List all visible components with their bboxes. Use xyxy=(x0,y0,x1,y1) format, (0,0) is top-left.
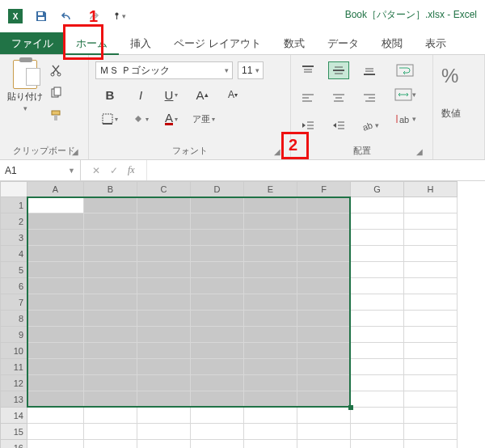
cell[interactable] xyxy=(137,262,191,278)
align-bottom-icon[interactable] xyxy=(359,61,380,79)
tab-view[interactable]: 表示 xyxy=(414,32,458,54)
cell[interactable] xyxy=(27,359,84,375)
decrease-indent-icon[interactable] xyxy=(297,116,318,134)
italic-button[interactable]: I xyxy=(131,85,150,104)
cell[interactable] xyxy=(351,359,404,375)
cell[interactable] xyxy=(191,359,244,375)
row-header[interactable]: 7 xyxy=(0,294,27,311)
cell[interactable] xyxy=(351,246,404,262)
tab-formulas[interactable]: 数式 xyxy=(272,32,316,54)
cell[interactable] xyxy=(244,424,297,440)
orientation-icon[interactable]: ab▾ xyxy=(359,116,380,134)
column-header[interactable]: F xyxy=(297,181,351,197)
format-painter-icon[interactable] xyxy=(48,108,63,123)
increase-indent-icon[interactable] xyxy=(328,116,349,134)
cell[interactable] xyxy=(27,424,84,440)
cell[interactable] xyxy=(297,213,351,230)
bold-button[interactable]: B xyxy=(100,85,120,104)
cell[interactable] xyxy=(27,278,84,294)
align-left-icon[interactable] xyxy=(297,89,318,107)
cell[interactable] xyxy=(137,246,191,262)
cell[interactable] xyxy=(404,391,458,408)
cell[interactable] xyxy=(191,262,244,278)
cell[interactable] xyxy=(404,246,458,262)
cell[interactable] xyxy=(84,197,137,213)
cell[interactable] xyxy=(244,440,297,448)
formula-input[interactable] xyxy=(147,160,485,180)
cell[interactable] xyxy=(404,440,458,448)
cell[interactable] xyxy=(404,375,458,391)
cell[interactable] xyxy=(137,294,191,311)
font-size-combo[interactable]: 11▾ xyxy=(238,61,264,79)
cell[interactable] xyxy=(404,408,458,424)
cell[interactable] xyxy=(351,408,404,424)
cell[interactable] xyxy=(351,294,404,311)
cell[interactable] xyxy=(191,408,244,424)
cell[interactable] xyxy=(191,424,244,440)
orientation-vertical-icon[interactable]: ab▾ xyxy=(393,110,417,128)
cell[interactable] xyxy=(191,278,244,294)
cell[interactable] xyxy=(191,246,244,262)
cell[interactable] xyxy=(27,230,84,246)
cell[interactable] xyxy=(351,262,404,278)
cell[interactable] xyxy=(191,294,244,311)
cell[interactable] xyxy=(137,343,191,359)
cell[interactable] xyxy=(191,375,244,391)
cell[interactable] xyxy=(84,246,137,262)
alignment-launcher-icon[interactable]: ◢ xyxy=(416,147,426,157)
column-header[interactable]: G xyxy=(351,181,404,197)
cell[interactable] xyxy=(297,246,351,262)
cell[interactable] xyxy=(191,213,244,230)
undo-icon[interactable] xyxy=(60,9,74,23)
phonetic-button[interactable]: ア亜 xyxy=(192,109,215,129)
cell[interactable] xyxy=(404,294,458,311)
font-launcher-icon[interactable]: ◢ xyxy=(274,147,284,157)
cell[interactable] xyxy=(84,327,137,343)
row-header[interactable]: 14 xyxy=(0,408,27,424)
cell[interactable] xyxy=(84,359,137,375)
cell[interactable] xyxy=(84,375,137,391)
border-button[interactable] xyxy=(100,109,120,129)
cell[interactable] xyxy=(351,440,404,448)
cell[interactable] xyxy=(137,408,191,424)
cell[interactable] xyxy=(351,391,404,408)
cell[interactable] xyxy=(297,440,351,448)
chevron-down-icon[interactable]: ▼ xyxy=(68,167,75,175)
underline-button[interactable]: U xyxy=(162,85,181,104)
row-header[interactable]: 12 xyxy=(0,375,27,391)
cell[interactable] xyxy=(84,213,137,230)
cell[interactable] xyxy=(297,311,351,327)
cell[interactable] xyxy=(244,327,297,343)
cell[interactable] xyxy=(191,343,244,359)
cell[interactable] xyxy=(137,359,191,375)
row-header[interactable]: 15 xyxy=(0,424,27,440)
cell[interactable] xyxy=(297,294,351,311)
clipboard-launcher-icon[interactable]: ◢ xyxy=(72,147,82,157)
cell[interactable] xyxy=(404,343,458,359)
column-header[interactable]: D xyxy=(191,181,244,197)
cell[interactable] xyxy=(351,311,404,327)
cell[interactable] xyxy=(244,311,297,327)
cell[interactable] xyxy=(27,327,84,343)
cut-icon[interactable] xyxy=(48,63,63,78)
cell[interactable] xyxy=(137,391,191,408)
row-header[interactable]: 8 xyxy=(0,311,27,327)
cell[interactable] xyxy=(27,213,84,230)
cell[interactable] xyxy=(244,230,297,246)
cell[interactable] xyxy=(297,424,351,440)
wrap-text-icon[interactable] xyxy=(393,61,417,79)
column-header[interactable]: B xyxy=(84,181,137,197)
cell[interactable] xyxy=(84,311,137,327)
cell[interactable] xyxy=(404,230,458,246)
tab-page-layout[interactable]: ページ レイアウト xyxy=(162,32,272,54)
cell[interactable] xyxy=(137,424,191,440)
font-name-combo[interactable]: ＭＳ Ｐゴシック▾ xyxy=(95,61,233,79)
cell[interactable] xyxy=(244,262,297,278)
align-center-icon[interactable] xyxy=(328,89,349,107)
row-header[interactable]: 3 xyxy=(0,230,27,246)
increase-font-icon[interactable]: A▴ xyxy=(192,85,212,104)
align-middle-icon[interactable] xyxy=(328,61,349,79)
cell[interactable] xyxy=(244,294,297,311)
cell[interactable] xyxy=(27,440,84,448)
tab-data[interactable]: データ xyxy=(316,32,370,54)
